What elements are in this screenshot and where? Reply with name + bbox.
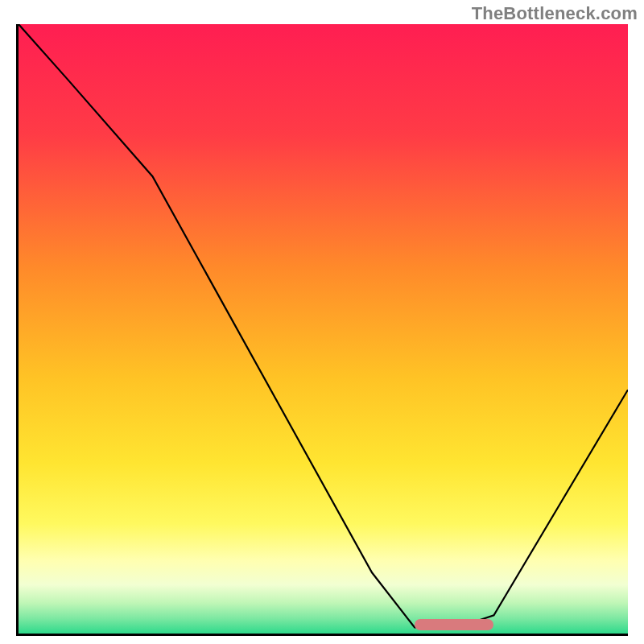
bottleneck-chart: TheBottleneck.com [0,0,644,644]
bottleneck-curve [19,24,628,634]
optimal-range-marker [415,619,493,630]
watermark-label: TheBottleneck.com [472,3,638,24]
plot-area [16,24,628,636]
